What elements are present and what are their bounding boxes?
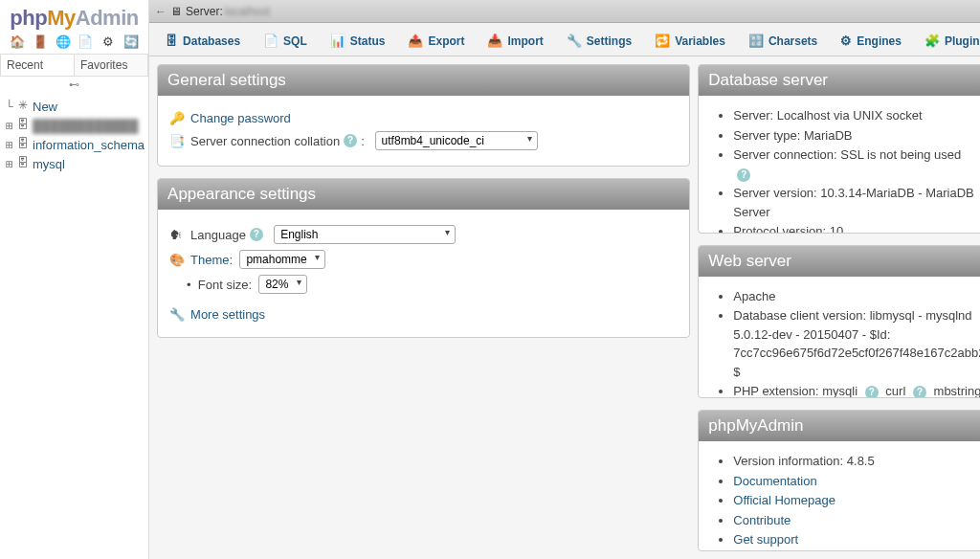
db-icon: 🗄: [15, 118, 31, 133]
tab-import[interactable]: 📥Import: [477, 27, 553, 56]
tree-label[interactable]: New: [33, 100, 57, 114]
more-settings-link[interactable]: More settings: [190, 307, 265, 322]
sidebar: phpMyAdmin 🏠 🚪 🌐 📄 ⚙ 🔄 Recent Favorites …: [0, 0, 149, 559]
theme-icon: 🎨: [169, 253, 187, 267]
info-item: Server version: 10.3.14-MariaDB - MariaD…: [733, 184, 980, 221]
logo[interactable]: phpMyAdmin: [0, 0, 148, 33]
tab-favorites[interactable]: Favorites: [75, 54, 148, 76]
language-label: Language: [190, 228, 246, 242]
theme-label[interactable]: Theme:: [190, 253, 233, 267]
fontsize-label: Font size:: [198, 278, 252, 292]
wrench-icon: 🔧: [169, 307, 187, 322]
theme-select[interactable]: pmahomme: [239, 250, 325, 269]
panel-title: phpMyAdmin: [699, 411, 980, 441]
expand-icon[interactable]: ⊞: [4, 119, 15, 133]
tab-status[interactable]: 📊Status: [320, 27, 396, 56]
panel-title: Database server: [699, 65, 980, 96]
tab-plugins[interactable]: 🧩Plugins: [914, 27, 980, 56]
import-icon: 📥: [487, 34, 502, 48]
panel-title: Web server: [699, 246, 980, 277]
info-item: Server type: MariaDB: [733, 126, 980, 145]
settings-icon: 🔧: [567, 34, 582, 48]
sql-icon: 📄: [263, 34, 278, 48]
tab-variables[interactable]: 🔁Variables: [644, 27, 736, 56]
panel-title: Appearance settings: [158, 179, 689, 210]
expand-icon[interactable]: ⊞: [4, 157, 15, 171]
variables-icon: 🔁: [655, 34, 670, 48]
home-icon[interactable]: 🏠: [10, 34, 25, 50]
tab-engines[interactable]: ⚙Engines: [830, 27, 912, 56]
top-tabs: 🗄Databases 📄SQL 📊Status 📤Export 📥Import …: [149, 23, 980, 56]
server-host: localhost: [225, 5, 270, 18]
fontsize-select[interactable]: 82%: [258, 275, 307, 294]
info-item: Server connection: SSL is not being used…: [733, 145, 980, 183]
info-item: Apache: [733, 287, 980, 306]
status-icon: 📊: [330, 34, 345, 48]
tab-export[interactable]: 📤Export: [397, 27, 475, 56]
database-server-panel: Database server Server: Localhost via UN…: [698, 64, 980, 234]
panel-title: General settings: [158, 65, 689, 96]
password-icon: 🔑: [169, 111, 187, 125]
tree-label[interactable]: information_schema: [33, 138, 145, 152]
general-settings-panel: General settings 🔑 Change password 📑 Ser…: [157, 64, 690, 167]
language-select[interactable]: English: [274, 225, 456, 244]
collation-icon: 📑: [169, 134, 187, 148]
breadcrumb-bar: ← 🖥 Server: localhost ⌃: [149, 0, 980, 23]
sidebar-tabs: Recent Favorites: [0, 54, 148, 77]
change-password-link[interactable]: Change password: [190, 111, 291, 125]
pma-link-documentation[interactable]: Documentation: [733, 474, 816, 488]
tree-label: ████████████: [33, 119, 139, 133]
sql-icon[interactable]: 📄: [78, 34, 93, 50]
tree-db[interactable]: ⊞ 🗄 ████████████: [0, 116, 148, 135]
collation-label: Server connection collation: [190, 134, 340, 148]
collation-select[interactable]: utf8mb4_unicode_ci: [375, 131, 538, 150]
tree-db[interactable]: ⊞ 🗄 mysql: [0, 154, 148, 173]
content: General settings 🔑 Change password 📑 Ser…: [149, 56, 980, 559]
tree-new[interactable]: └ ✳ New: [0, 97, 148, 116]
tree-db[interactable]: ⊞ 🗄 information_schema: [0, 135, 148, 154]
web-server-panel: Web server Apache Database client versio…: [698, 245, 980, 398]
help-icon[interactable]: ?: [737, 168, 750, 182]
pma-link-contribute[interactable]: Contribute: [733, 513, 791, 527]
logout-icon[interactable]: 🚪: [33, 34, 48, 50]
language-icon: 🗣: [169, 228, 187, 242]
help-icon[interactable]: ?: [913, 386, 926, 398]
pma-link-support[interactable]: Get support: [733, 532, 798, 547]
version-info: Version information: 4.8.5: [733, 452, 980, 471]
link-icon: ⊷: [0, 78, 148, 91]
tab-databases[interactable]: 🗄Databases: [155, 27, 251, 56]
tab-charsets[interactable]: 🔡Charsets: [738, 27, 828, 56]
tree-line-icon: └: [4, 100, 15, 114]
pma-link-homepage[interactable]: Official Homepage: [733, 493, 835, 507]
nav-back-icon[interactable]: ←: [155, 5, 167, 18]
settings-icon[interactable]: ⚙: [100, 34, 116, 50]
info-item: PHP extension: mysqli ? curl ? mbstring …: [733, 382, 980, 398]
sidebar-toolbar: 🏠 🚪 🌐 📄 ⚙ 🔄: [0, 33, 148, 54]
expand-icon[interactable]: ⊞: [4, 138, 15, 152]
help-icon[interactable]: ?: [344, 134, 357, 147]
server-label: Server:: [186, 5, 223, 18]
phpmyadmin-panel: phpMyAdmin Version information: 4.8.5 Do…: [698, 410, 980, 551]
databases-icon: 🗄: [166, 34, 178, 48]
main: ← 🖥 Server: localhost ⌃ 🗄Databases 📄SQL …: [149, 0, 980, 559]
info-item: Protocol version: 10: [733, 222, 980, 234]
appearance-settings-panel: Appearance settings 🗣 Language ? English…: [157, 178, 690, 338]
charsets-icon: 🔡: [748, 34, 764, 48]
tab-sql[interactable]: 📄SQL: [253, 27, 318, 56]
tab-recent[interactable]: Recent: [0, 54, 75, 76]
new-icon: ✳: [15, 99, 31, 114]
help-icon[interactable]: ?: [865, 386, 879, 398]
db-tree: └ ✳ New ⊞ 🗄 ████████████ ⊞ 🗄 information…: [0, 93, 148, 177]
tab-settings[interactable]: 🔧Settings: [556, 27, 642, 56]
tree-label[interactable]: mysql: [33, 157, 65, 171]
db-icon: 🗄: [15, 156, 31, 171]
info-item: Database client version: libmysql - mysq…: [733, 306, 980, 381]
docs-icon[interactable]: 🌐: [56, 34, 71, 50]
export-icon: 📤: [408, 34, 423, 48]
help-icon[interactable]: ?: [250, 228, 263, 241]
plugins-icon: 🧩: [924, 34, 940, 48]
info-item: Server: Localhost via UNIX socket: [733, 106, 980, 125]
server-icon: 🖥: [170, 5, 182, 18]
db-icon: 🗄: [15, 137, 31, 152]
reload-icon[interactable]: 🔄: [123, 34, 139, 50]
